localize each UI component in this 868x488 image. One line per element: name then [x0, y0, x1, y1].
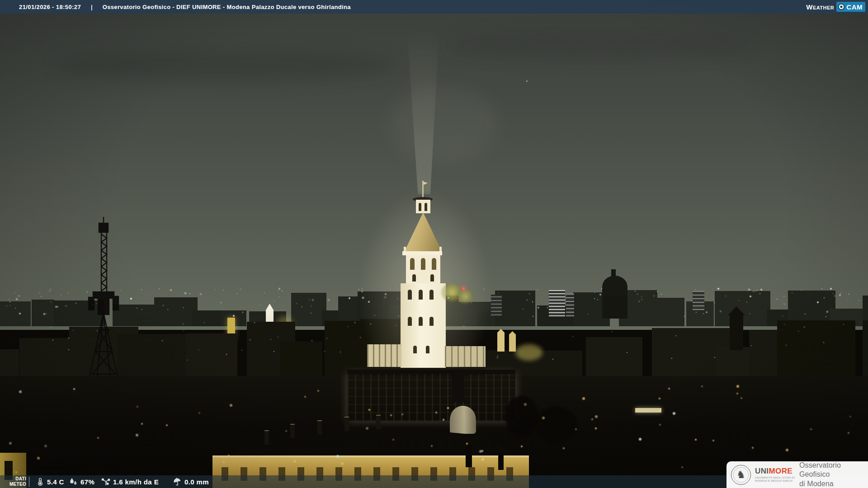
statue-silhouette: [498, 451, 504, 470]
chimney: [264, 430, 269, 445]
lit-low-building: [367, 344, 401, 367]
unimore-wordmark: UNIMORE UNIVERSITÀ DEGLI STUDI DI MODENA…: [755, 467, 795, 483]
weathercam-logo: Weather CAM: [806, 2, 865, 12]
dome-silhouette: [602, 276, 627, 298]
unimore-seal-icon: ♞: [731, 465, 751, 485]
horseman-glyph: ♞: [731, 465, 751, 485]
sky-glow-patch: [389, 86, 497, 163]
twin-tower: [497, 329, 505, 352]
thermometer-icon: [36, 477, 44, 486]
lit-low-building: [445, 346, 486, 367]
twin-tower: [509, 331, 516, 352]
lit-highrise: [549, 290, 565, 316]
unimore-uni-text: UNI: [755, 467, 769, 475]
rain-reading: 0.0 mm: [173, 475, 209, 488]
cloud-streak: [443, 32, 750, 59]
anemometer-icon: [101, 477, 110, 486]
unimore-more-text: MORE: [769, 467, 793, 475]
lit-highrise: [566, 294, 574, 316]
bare-tree-silhouette: [535, 407, 577, 443]
statue-silhouette: [466, 444, 472, 467]
night-cityscape: [0, 0, 868, 488]
lit-highrise: [491, 295, 502, 315]
dark-chimney-block: [452, 373, 464, 402]
lit-trees: [456, 289, 475, 304]
chimney: [376, 415, 381, 429]
wind-reading: 1.6 km/h da E: [101, 475, 159, 488]
humidity-reading: 67%: [69, 475, 94, 488]
weathercam-cam-badge: CAM: [836, 2, 865, 12]
timestamp: 21/01/2026 - 18:50:27: [19, 4, 81, 10]
separator: |: [91, 4, 93, 10]
dome-drum: [602, 296, 627, 319]
label-divider: [29, 477, 29, 487]
university-subtitle-line2: MODENA E REGGIO EMILIA: [755, 479, 795, 483]
tower-cornice: [402, 251, 442, 255]
lit-foliage: [515, 344, 542, 361]
tower-shaft: [401, 283, 446, 376]
roof-strip: [347, 370, 515, 374]
cupola-roof: [450, 406, 476, 434]
chimney: [290, 424, 295, 438]
lit-highrise: [693, 291, 704, 310]
temperature-reading: 5.4 C: [36, 475, 64, 488]
chimney: [317, 420, 322, 435]
dark-church-tower: [730, 314, 743, 350]
university-subtitle-line1: UNIVERSITÀ DEGLI STUDI DI: [755, 476, 795, 479]
lit-facade-row: [347, 373, 515, 421]
bare-tree-silhouette: [505, 396, 538, 437]
cloud-streak: [54, 50, 398, 81]
top-info-bar: 21/01/2026 - 18:50:27 | Osservatorio Geo…: [0, 0, 868, 14]
weathercam-cam-text: CAM: [846, 3, 863, 11]
star-speck: [526, 80, 528, 82]
webcam-frame: 21/01/2026 - 18:50:27 | Osservatorio Geo…: [0, 0, 868, 488]
camera-title: Osservatorio Geofisico - DIEF UNIMORE - …: [103, 4, 351, 10]
dati-meteo-label: DATI METEO: [6, 476, 26, 487]
tower-belfry: [406, 255, 440, 283]
umbrella-icon: [173, 477, 182, 486]
observatory-name: Osservatorio Geofisico di Modena: [799, 461, 868, 488]
camera-lens-icon: [838, 4, 844, 10]
weathercam-weather-text: Weather: [806, 3, 834, 11]
humidity-drops-icon: [69, 477, 78, 486]
chimney: [344, 417, 349, 431]
lit-sliver: [635, 408, 661, 413]
tower-lantern: [416, 200, 430, 213]
unimore-credit-card: ♞ UNIMORE UNIVERSITÀ DEGLI STUDI DI MODE…: [726, 461, 868, 488]
